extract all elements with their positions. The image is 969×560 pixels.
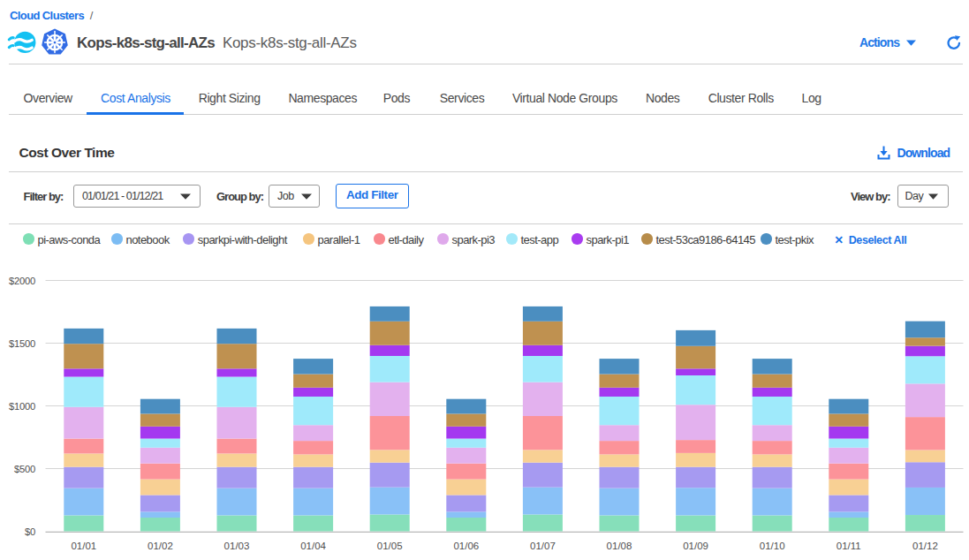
svg-text:01/02: 01/02 [148, 541, 173, 551]
svg-text:$2000: $2000 [9, 276, 35, 286]
svg-text:$1000: $1000 [9, 401, 35, 412]
svg-text:01/11: 01/11 [837, 541, 861, 551]
svg-text:01/12: 01/12 [912, 541, 938, 551]
svg-text:01/08: 01/08 [607, 541, 632, 551]
svg-text:$1500: $1500 [9, 338, 35, 349]
svg-text:01/01: 01/01 [71, 541, 96, 551]
svg-text:01/06: 01/06 [453, 541, 479, 551]
svg-text:01/05: 01/05 [377, 541, 403, 551]
svg-text:01/10: 01/10 [760, 541, 785, 551]
svg-text:01/03: 01/03 [224, 541, 250, 551]
svg-text:$0: $0 [25, 526, 35, 537]
svg-text:$500: $500 [14, 464, 35, 474]
svg-text:01/07: 01/07 [530, 541, 556, 551]
svg-text:01/09: 01/09 [683, 541, 708, 551]
svg-text:01/04: 01/04 [300, 541, 326, 551]
